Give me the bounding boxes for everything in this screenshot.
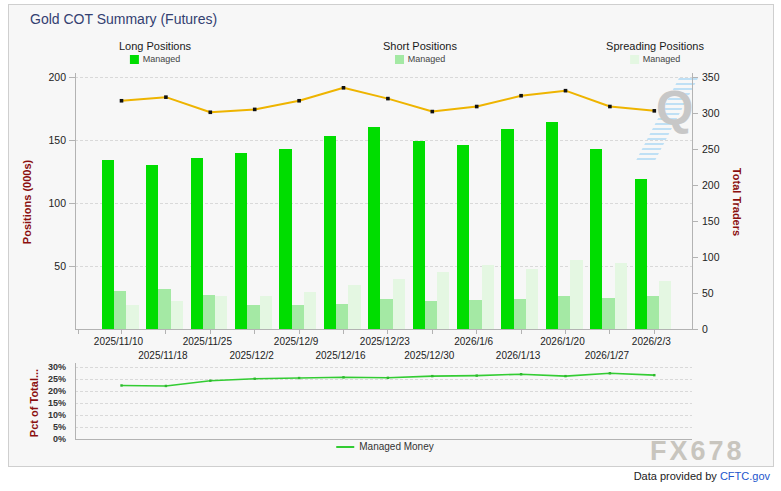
- legend-long-item: Managed: [143, 54, 181, 64]
- pct-axis-title: Pct of Total...: [28, 369, 40, 437]
- footer-prefix: Data provided by: [634, 470, 720, 482]
- legend-spreading-header: Spreading Positions: [606, 40, 704, 52]
- q-logo-watermark: Q: [622, 78, 717, 162]
- legend-short-header: Short Positions: [383, 40, 457, 52]
- legend-short-item: Managed: [408, 54, 446, 64]
- long-managed-swatch-icon: [130, 55, 139, 64]
- chart-title: Gold COT Summary (Futures): [30, 11, 217, 27]
- legend-short-positions: Short Positions Managed: [383, 40, 457, 64]
- legend-long-positions: Long Positions Managed: [119, 40, 191, 64]
- bottom-legend-managed-money: Managed Money: [336, 441, 434, 452]
- cftc-link[interactable]: CFTC.gov: [720, 470, 770, 482]
- q-letter: Q: [656, 84, 693, 132]
- data-source-note: Data provided by CFTC.gov: [634, 470, 770, 482]
- short-managed-swatch-icon: [395, 55, 404, 64]
- cot-summary-widget: Gold COT Summary (Futures) Long Position…: [0, 0, 781, 491]
- right-axis-title: Total Traders: [731, 168, 743, 236]
- chart-panel: [8, 4, 774, 467]
- legend-spreading-item: Managed: [643, 54, 681, 64]
- fx678-watermark: FX678: [650, 436, 745, 467]
- legend-long-header: Long Positions: [119, 40, 191, 52]
- legend-spreading-positions: Spreading Positions Managed: [606, 40, 704, 64]
- managed-money-line-icon: [336, 446, 354, 448]
- left-axis-title: Positions (000s): [21, 160, 33, 244]
- spreading-managed-swatch-icon: [630, 55, 639, 64]
- bottom-legend-label: Managed Money: [359, 441, 434, 452]
